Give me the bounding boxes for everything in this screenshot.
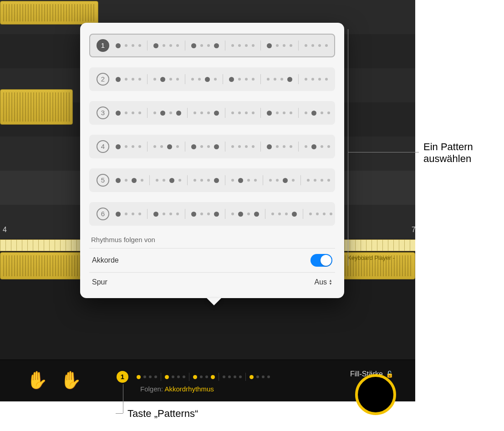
pattern-number-badge: 3 [97, 106, 109, 119]
audio-region[interactable] [0, 1, 98, 25]
callout-select-pattern: Ein Pattern auswählen [423, 141, 473, 165]
pattern-dots [116, 175, 330, 185]
unlock-icon[interactable]: 🔓 [386, 370, 393, 378]
pattern-dots [116, 41, 328, 51]
mini-pattern-preview[interactable] [137, 373, 270, 381]
pattern-number-badge: 6 [97, 208, 109, 220]
pattern-number-badge: 5 [97, 174, 109, 187]
track-follow-row: Spur Aus ▲▼ [89, 272, 335, 292]
bar-number: 7 [412, 226, 416, 234]
region-label: Keyboard Player - [347, 254, 395, 261]
right-hand-icon[interactable]: ✋ [60, 371, 78, 391]
callout-line [116, 413, 123, 414]
follow-label: Folgen: Akkordrhythmus [140, 385, 214, 393]
pattern-dots [116, 142, 330, 152]
pattern-number-badge: 2 [97, 73, 109, 86]
patterns-button[interactable]: 1 [117, 371, 128, 383]
callout-line [348, 152, 419, 152]
chords-follow-label: Akkorde [92, 256, 119, 264]
patterns-popover: 123456 Rhythmus folgen von Akkorde Spur … [80, 23, 344, 298]
chords-follow-toggle[interactable] [311, 254, 332, 267]
track-follow-select[interactable]: Aus ▲▼ [315, 278, 333, 286]
follow-rhythm-section-label: Rhythmus folgen von [91, 236, 333, 243]
bar-number: 4 [3, 226, 7, 234]
pattern-number-badge: 1 [97, 39, 109, 52]
pattern-dots [116, 74, 328, 84]
track-follow-label: Spur [92, 278, 107, 286]
audio-region[interactable] [0, 89, 73, 125]
pattern-row-1[interactable]: 1 [89, 34, 335, 57]
pattern-row-6[interactable]: 6 [89, 202, 335, 226]
pattern-row-4[interactable]: 4 [89, 135, 335, 158]
pattern-number-badge: 4 [97, 140, 109, 153]
callout-line [123, 384, 123, 413]
updown-icon: ▲▼ [329, 279, 332, 285]
pattern-row-5[interactable]: 5 [89, 168, 335, 192]
chords-follow-row: Akkorde [89, 248, 335, 272]
callout-patterns-button: Taste „Patterns“ [127, 408, 198, 420]
callout-line [348, 29, 348, 266]
app-background: 4 7 Keyboard Player - ✋ ✋ 1 Folgen: Akko… [0, 0, 415, 401]
pattern-dots [116, 209, 332, 219]
session-player-bar: ✋ ✋ 1 Folgen: Akkordrhythmus Fill-Stärke… [0, 360, 415, 401]
pattern-row-2[interactable]: 2 [89, 67, 335, 91]
left-hand-icon[interactable]: ✋ [26, 371, 45, 391]
fill-strength-knob[interactable] [355, 374, 396, 415]
pattern-row-3[interactable]: 3 [89, 101, 335, 125]
pattern-dots [116, 108, 330, 118]
